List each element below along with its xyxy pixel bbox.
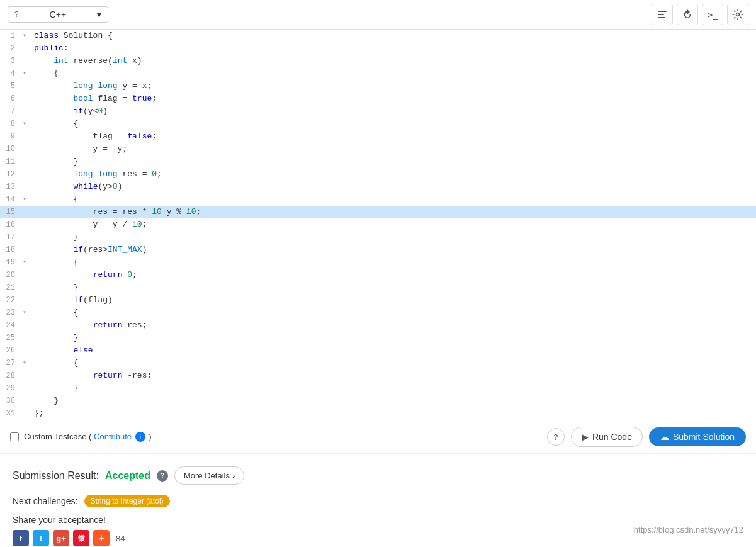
bottom-panel: Custom Testcase ( Contribute i ) ? ▶ Run… <box>0 420 756 454</box>
twitter-share-button[interactable]: t <box>33 530 49 546</box>
line-content[interactable]: } <box>31 281 756 294</box>
line-content[interactable]: long long y = x; <box>31 80 756 93</box>
line-number: 28 <box>0 369 23 382</box>
line-number: 19 <box>0 256 23 269</box>
code-line: 18 if(res>INT_MAX) <box>0 244 756 256</box>
code-line: 20 return 0; <box>0 269 756 281</box>
submission-result-label: Submission Result: <box>13 470 99 482</box>
help-lang-icon: ? <box>14 10 19 19</box>
line-content[interactable]: if(res>INT_MAX) <box>31 244 756 256</box>
line-number: 17 <box>0 231 23 244</box>
line-content[interactable]: return res; <box>31 319 756 332</box>
action-buttons: ? ▶ Run Code ☁ Submit Solution <box>547 427 746 447</box>
custom-testcase-label: Custom Testcase ( Contribute i ) <box>24 432 152 443</box>
line-content[interactable]: { <box>31 307 756 319</box>
submit-label: Submit Solution <box>673 432 735 442</box>
line-number: 21 <box>0 281 23 294</box>
line-content[interactable]: }; <box>31 407 756 420</box>
language-selector[interactable]: ? C++ ▾ <box>8 6 108 23</box>
line-number: 9 <box>0 130 23 143</box>
weibo-share-button[interactable]: 微 <box>73 530 89 546</box>
line-content[interactable]: bool flag = true; <box>31 93 756 105</box>
code-line: 12 long long res = 0; <box>0 168 756 181</box>
fold-icon[interactable]: ▾ <box>23 307 31 319</box>
line-number: 16 <box>0 218 23 231</box>
run-label: Run Code <box>592 432 632 442</box>
code-line: 23▾ { <box>0 307 756 319</box>
code-line: 22 if(flag) <box>0 294 756 307</box>
fold-icon[interactable]: ▾ <box>23 193 31 206</box>
play-icon: ▶ <box>582 432 589 442</box>
fold-icon[interactable]: ▾ <box>23 256 31 269</box>
help-button[interactable]: ? <box>547 428 565 446</box>
challenge-tag[interactable]: String to Integer (atoi) <box>84 495 170 507</box>
chevron-right-icon: › <box>232 471 235 480</box>
line-content[interactable]: { <box>31 357 756 369</box>
custom-testcase-checkbox[interactable] <box>10 432 19 441</box>
line-content[interactable]: res = res * 10+y % 10; <box>31 206 756 218</box>
line-number: 3 <box>0 55 23 67</box>
line-number: 1 <box>0 30 23 42</box>
line-content[interactable]: { <box>31 193 756 206</box>
line-content[interactable]: } <box>31 382 756 395</box>
refresh-icon-button[interactable] <box>677 4 698 25</box>
line-content[interactable]: { <box>31 118 756 130</box>
line-content[interactable]: y = y / 10; <box>31 218 756 231</box>
contribute-link[interactable]: Contribute <box>94 432 132 441</box>
line-number: 7 <box>0 105 23 118</box>
line-content[interactable]: if(flag) <box>31 294 756 307</box>
result-info-icon: ? <box>157 470 168 482</box>
next-challenges: Next challenges: String to Integer (atoi… <box>13 495 743 507</box>
line-content[interactable]: return 0; <box>31 269 756 281</box>
line-number: 15 <box>0 206 23 218</box>
line-number: 25 <box>0 332 23 344</box>
line-content[interactable]: } <box>31 332 756 344</box>
line-content[interactable]: } <box>31 155 756 168</box>
line-content[interactable]: } <box>31 231 756 244</box>
run-code-button[interactable]: ▶ Run Code <box>571 427 643 447</box>
svg-rect-0 <box>658 11 667 12</box>
terminal-icon-button[interactable]: >_ <box>702 4 723 25</box>
line-content[interactable]: int reverse(int x) <box>31 55 756 67</box>
line-content[interactable]: { <box>31 67 756 80</box>
more-details-button[interactable]: More Details › <box>174 466 244 485</box>
plusone-share-button[interactable]: + <box>93 530 110 546</box>
code-line: 11 } <box>0 155 756 168</box>
code-line: 7 if(y<0) <box>0 105 756 118</box>
chevron-down-icon: ▾ <box>97 9 101 20</box>
line-content[interactable]: flag = false; <box>31 130 756 143</box>
line-content[interactable]: long long res = 0; <box>31 168 756 181</box>
code-line: 24 return res; <box>0 319 756 332</box>
watermark: https://blog.csdn.net/syyyy712 <box>634 525 743 534</box>
fold-icon[interactable]: ▾ <box>23 118 31 130</box>
line-content[interactable]: class Solution { <box>31 30 756 42</box>
code-line: 25 } <box>0 332 756 344</box>
line-content[interactable]: return -res; <box>31 369 756 382</box>
line-content[interactable]: while(y>0) <box>31 181 756 193</box>
line-number: 5 <box>0 80 23 93</box>
code-editor[interactable]: 1▾class Solution {2 public:3 int reverse… <box>0 30 756 420</box>
code-line: 1▾class Solution { <box>0 30 756 42</box>
line-content[interactable]: y = -y; <box>31 143 756 155</box>
code-line: 10 y = -y; <box>0 143 756 155</box>
line-number: 24 <box>0 319 23 332</box>
googleplus-share-button[interactable]: g+ <box>53 530 69 546</box>
line-content[interactable]: if(y<0) <box>31 105 756 118</box>
format-icon-button[interactable] <box>652 4 673 25</box>
line-number: 27 <box>0 357 23 369</box>
settings-icon-button[interactable] <box>727 4 748 25</box>
code-line: 3 int reverse(int x) <box>0 55 756 67</box>
line-content[interactable]: else <box>31 344 756 357</box>
facebook-share-button[interactable]: f <box>13 530 29 546</box>
line-number: 26 <box>0 344 23 357</box>
fold-icon[interactable]: ▾ <box>23 357 31 369</box>
submit-solution-button[interactable]: ☁ Submit Solution <box>649 427 746 446</box>
fold-icon[interactable]: ▾ <box>23 67 31 80</box>
line-content[interactable]: } <box>31 395 756 407</box>
line-content[interactable]: public: <box>31 42 756 55</box>
toolbar-icon-group: >_ <box>652 4 748 25</box>
line-number: 30 <box>0 395 23 407</box>
fold-icon[interactable]: ▾ <box>23 30 31 42</box>
line-number: 23 <box>0 307 23 319</box>
line-content[interactable]: { <box>31 256 756 269</box>
